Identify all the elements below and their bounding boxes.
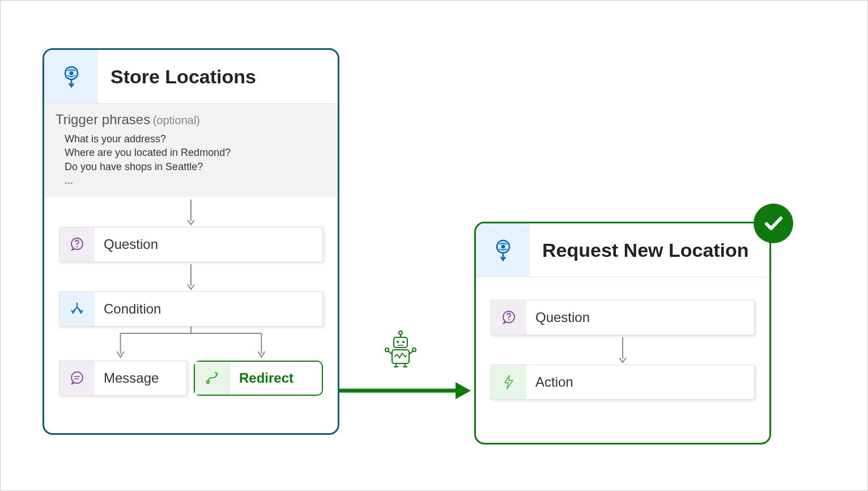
condition-node[interactable]: Condition [59,291,323,327]
trigger-phrase: Do you have shops in Seattle? [65,160,326,173]
action-label: Action [526,374,754,390]
question-label: Question [526,310,754,325]
trigger-phrases-list: What is your address? Where are you loca… [56,128,326,187]
redirect-node[interactable]: Redirect [194,361,323,396]
message-node[interactable]: Message [59,361,187,396]
action-icon [491,365,526,399]
topic-card-request-new-location: Request New Location Question [474,222,771,445]
trigger-label: Trigger phrases [56,112,150,127]
svg-line-30 [388,351,392,354]
topic-icon [476,223,530,277]
trigger-optional: (optional) [153,114,200,126]
condition-label: Condition [95,301,322,317]
topic-card-store-locations: Store Locations Trigger phrases (optiona… [42,48,339,435]
svg-rect-25 [394,337,407,348]
trigger-phrase: Where are you located in Redmond? [65,146,326,159]
question-node[interactable]: Question [59,227,323,262]
topic-icon [44,50,98,103]
svg-point-20 [508,319,509,320]
topic-title: Request New Location [530,223,769,277]
svg-point-12 [71,372,83,383]
trigger-phrase: ... [65,173,326,187]
message-icon [59,361,95,395]
svg-point-5 [76,246,78,247]
svg-point-23 [399,331,402,335]
arrow-down-icon [44,262,338,291]
redirect-icon [195,362,230,395]
arrow-down-icon [476,335,769,365]
topic-header: Store Locations [44,50,338,104]
check-badge-icon [754,204,793,243]
topic-header: Request New Location [476,223,769,277]
svg-point-1 [69,71,73,75]
svg-point-17 [501,245,505,249]
trigger-phrases-section: Trigger phrases (optional) What is your … [44,104,338,197]
topic-title: Store Locations [98,50,338,103]
split-connector [59,327,323,361]
svg-point-27 [402,341,405,343]
question-icon [491,300,526,335]
arrow-down-icon [44,197,338,227]
message-label: Message [95,370,186,386]
svg-line-32 [409,351,413,354]
question-icon [59,227,95,261]
action-node[interactable]: Action [491,365,755,400]
robot-icon [384,329,418,369]
svg-point-33 [412,348,416,352]
redirect-arrow-icon [339,379,474,402]
question-node[interactable]: Question [491,300,755,335]
condition-icon [59,292,95,326]
svg-point-31 [385,348,389,352]
trigger-phrase: What is your address? [65,132,326,146]
svg-point-26 [397,341,399,343]
redirect-label: Redirect [230,370,322,386]
question-label: Question [95,236,322,252]
